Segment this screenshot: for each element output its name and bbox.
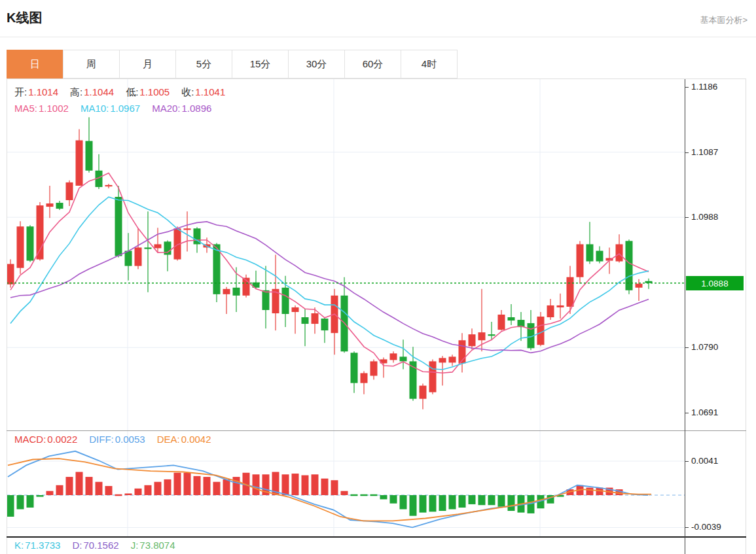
chart-border-top <box>7 78 746 79</box>
macd-chart[interactable] <box>7 430 685 536</box>
candle <box>636 279 643 301</box>
candle <box>115 186 122 258</box>
macd-bar <box>105 486 113 495</box>
price-tick-label: 1.1087 <box>691 148 744 157</box>
indicator-label: J: <box>131 540 139 551</box>
macd-tick-label: -0.0039 <box>691 523 744 532</box>
macd-bar <box>135 489 142 495</box>
price-tick <box>685 217 689 218</box>
macd-bar <box>370 494 378 496</box>
indicator-item: MA10:1.0967 <box>81 103 140 114</box>
candle <box>17 221 24 273</box>
current-price-badge: 1.0888 <box>686 276 744 290</box>
candle <box>125 233 132 280</box>
candle <box>586 222 594 264</box>
indicator-label: 收: <box>181 86 194 99</box>
fundamental-analysis-link[interactable]: 基本面分析> <box>700 14 747 26</box>
indicator-value: 0.0042 <box>181 434 211 445</box>
tab-period-月[interactable]: 月 <box>119 50 176 78</box>
macd-bar <box>302 476 309 495</box>
macd-readout: MACD:0.0022DIFF:0.0053DEA:0.0042 <box>14 434 211 445</box>
macd-bar <box>449 495 456 510</box>
candle <box>27 225 34 262</box>
indicator-label: MA10: <box>81 103 109 114</box>
candle <box>400 339 407 369</box>
candle <box>469 328 476 349</box>
indicator-item: 开:1.1014 <box>14 86 58 99</box>
candle <box>645 279 653 289</box>
candle <box>56 201 63 210</box>
macd-bar <box>7 495 14 517</box>
indicator-label: MACD: <box>14 434 46 445</box>
candle <box>86 117 93 172</box>
macd-bar <box>361 494 368 496</box>
candle <box>380 357 387 377</box>
indicator-label: 高: <box>70 86 82 99</box>
macd-tick <box>685 527 689 528</box>
macd-bar <box>17 495 24 510</box>
candle <box>498 310 505 330</box>
price-tick <box>685 152 689 153</box>
macd-bar <box>66 477 73 495</box>
macd-bar <box>145 485 152 495</box>
price-tick-label: 1.0691 <box>691 408 744 417</box>
tab-period-30分[interactable]: 30分 <box>288 50 345 78</box>
macd-bar <box>380 495 387 499</box>
macd-bar <box>56 485 63 495</box>
candle <box>331 289 338 355</box>
macd-bar <box>390 495 397 504</box>
macd-bar <box>184 473 191 495</box>
tab-period-日[interactable]: 日 <box>7 50 63 78</box>
macd-bar <box>213 482 221 495</box>
kdj-readout: K:71.3733D:70.1562J:73.8074 <box>14 540 175 551</box>
indicator-item: DEA:0.0042 <box>157 434 211 445</box>
candle <box>351 351 358 392</box>
candle <box>567 266 574 314</box>
price-tick-label: 1.0790 <box>691 343 744 352</box>
candle <box>528 310 535 350</box>
tab-period-60分[interactable]: 60分 <box>344 50 401 78</box>
ma20-line <box>10 222 649 353</box>
macd-panel-separator <box>7 430 746 431</box>
candle <box>488 322 495 339</box>
tab-period-15分[interactable]: 15分 <box>232 50 289 78</box>
candle <box>164 240 171 271</box>
chart-border-right <box>746 78 746 554</box>
indicator-value: 0.0053 <box>115 434 145 445</box>
candle <box>96 154 103 189</box>
macd-bar <box>400 495 407 510</box>
ma5-line <box>10 173 649 373</box>
macd-bar <box>498 495 505 507</box>
candlestick-chart[interactable] <box>7 79 685 430</box>
candle <box>262 266 270 329</box>
indicator-value: 73.8074 <box>139 540 175 551</box>
tab-period-5分[interactable]: 5分 <box>175 50 232 78</box>
indicator-value: 1.1014 <box>28 86 58 99</box>
tab-period-周[interactable]: 周 <box>63 50 120 78</box>
indicator-value: 1.1002 <box>39 103 69 114</box>
chart-area: 1.11861.10871.09881.07901.06910.0041-0.0… <box>7 78 746 554</box>
macd-bar <box>194 476 201 495</box>
macd-bar <box>76 472 83 495</box>
indicator-value: 1.0896 <box>182 103 212 114</box>
macd-bar <box>321 479 329 495</box>
candle <box>135 228 142 269</box>
indicator-value: 0.0022 <box>47 434 77 445</box>
header-divider <box>0 37 756 37</box>
macd-bar <box>37 495 44 497</box>
indicator-item: DIFF:0.0053 <box>89 434 145 445</box>
indicator-value: 71.3733 <box>25 540 60 551</box>
macd-bar <box>115 494 122 496</box>
indicator-item: J:73.8074 <box>131 540 175 551</box>
candle <box>577 241 584 283</box>
indicator-value: 1.1044 <box>84 86 114 99</box>
macd-tick <box>685 461 689 462</box>
ohlc-readout: 开:1.1014高:1.1044低:1.1005收:1.1041 <box>14 86 225 99</box>
indicator-item: MA5:1.1002 <box>14 103 69 114</box>
candle <box>449 355 456 366</box>
dea-line <box>8 459 651 521</box>
candle <box>508 304 515 325</box>
tab-period-4时[interactable]: 4时 <box>401 50 458 78</box>
macd-bar <box>204 477 211 495</box>
macd-bar <box>233 477 240 495</box>
